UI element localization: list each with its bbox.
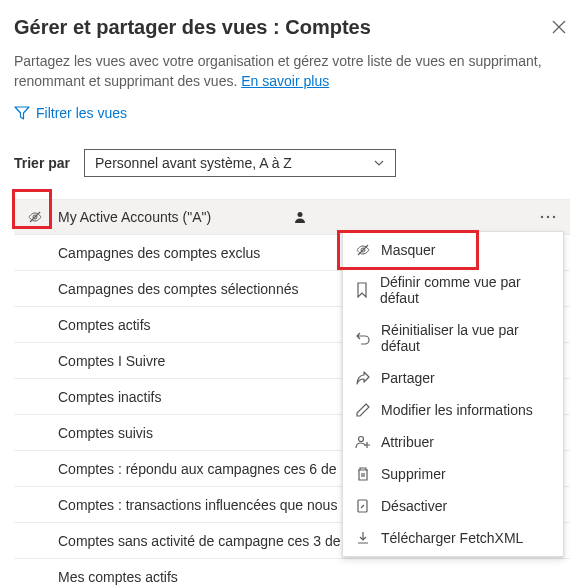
filter-icon	[14, 105, 30, 121]
close-icon	[552, 20, 566, 34]
views-list: My Active Accounts ("A") Campagnes des c…	[14, 199, 570, 587]
menu-label: Modifier les informations	[381, 402, 533, 418]
list-item-label: Mes comptes actifs	[56, 569, 560, 585]
menu-label: Partager	[381, 370, 435, 386]
menu-label: Définir comme vue par défaut	[380, 274, 551, 306]
list-item[interactable]: Mes comptes actifs	[14, 559, 570, 587]
learn-more-link[interactable]: En savoir plus	[241, 73, 329, 89]
chevron-down-icon	[373, 157, 385, 169]
undo-icon	[355, 330, 371, 346]
menu-assign[interactable]: Attribuer	[343, 426, 563, 458]
list-item[interactable]: My Active Accounts ("A")	[14, 199, 570, 235]
menu-set-default[interactable]: Définir comme vue par défaut	[343, 266, 563, 314]
menu-label: Réinitialiser la vue par défaut	[381, 322, 551, 354]
svg-point-0	[298, 212, 303, 217]
download-icon	[355, 530, 371, 546]
person-icon	[293, 210, 307, 224]
close-button[interactable]	[548, 16, 570, 38]
more-icon	[540, 215, 556, 219]
svg-point-3	[553, 216, 555, 218]
sort-value: Personnel avant système, A à Z	[95, 155, 292, 171]
menu-delete[interactable]: Supprimer	[343, 458, 563, 490]
trash-icon	[355, 466, 371, 482]
assign-icon	[355, 434, 371, 450]
deactivate-icon	[355, 498, 371, 514]
subtitle-text: Partagez les vues avec votre organisatio…	[14, 51, 570, 91]
menu-download-xml[interactable]: Télécharger FetchXML	[343, 522, 563, 554]
edit-icon	[355, 402, 371, 418]
svg-point-2	[547, 216, 549, 218]
menu-label: Supprimer	[381, 466, 446, 482]
menu-share[interactable]: Partager	[343, 362, 563, 394]
menu-label: Désactiver	[381, 498, 447, 514]
bookmark-icon	[355, 282, 369, 298]
menu-reset-default[interactable]: Réinitialiser la vue par défaut	[343, 314, 563, 362]
page-title: Gérer et partager des vues : Comptes	[14, 16, 371, 39]
svg-point-4	[359, 437, 364, 442]
sort-select[interactable]: Personnel avant système, A à Z	[84, 149, 396, 177]
more-button[interactable]	[536, 199, 560, 235]
menu-hide[interactable]: Masquer	[343, 234, 563, 266]
hide-icon	[27, 209, 43, 225]
menu-deactivate[interactable]: Désactiver	[343, 490, 563, 522]
filter-views-button[interactable]: Filtrer les vues	[14, 105, 570, 121]
share-icon	[355, 370, 371, 386]
filter-label: Filtrer les vues	[36, 105, 127, 121]
list-item-label: My Active Accounts ("A")	[56, 209, 287, 225]
context-menu: Masquer Définir comme vue par défaut Réi…	[342, 231, 564, 557]
menu-edit-info[interactable]: Modifier les informations	[343, 394, 563, 426]
menu-label: Attribuer	[381, 434, 434, 450]
menu-label: Masquer	[381, 242, 435, 258]
svg-point-1	[541, 216, 543, 218]
menu-label: Télécharger FetchXML	[381, 530, 523, 546]
hide-icon	[355, 242, 371, 258]
sort-label: Trier par	[14, 155, 70, 171]
